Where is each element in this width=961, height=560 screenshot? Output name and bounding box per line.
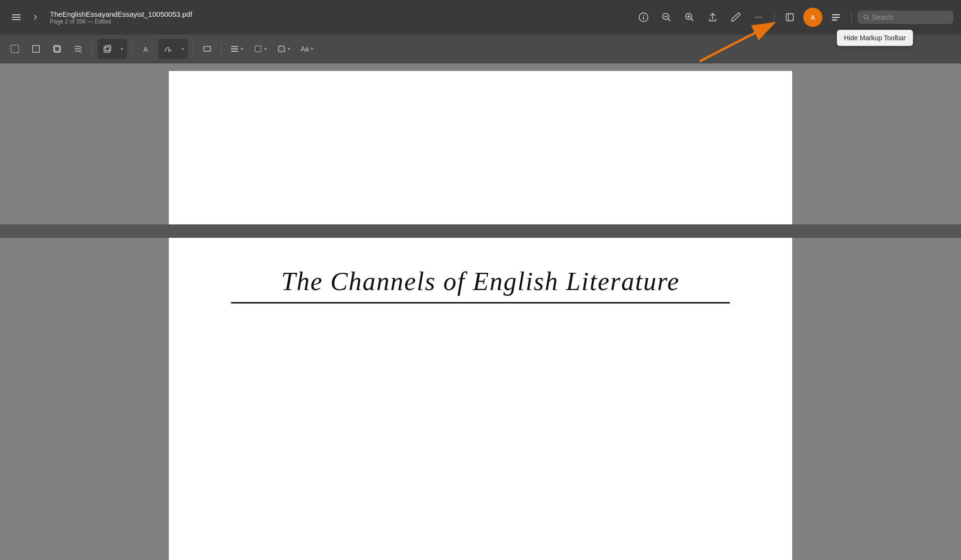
more-options-button[interactable] — [749, 8, 768, 27]
svg-rect-33 — [231, 51, 238, 52]
sidebar-chevron-button[interactable] — [27, 9, 44, 26]
stroke-chevron: ▾ — [288, 46, 290, 51]
pen-button[interactable] — [726, 8, 745, 27]
selection-tool-button[interactable] — [6, 40, 24, 58]
svg-point-5 — [643, 15, 644, 16]
pdf-page-1 — [169, 71, 792, 224]
svg-text:A: A — [811, 14, 815, 21]
annotate-button[interactable] — [826, 8, 845, 27]
file-title: TheEnglishEssayandEssayist_10050053.pdf — [50, 10, 192, 18]
crop-tool-button[interactable] — [27, 40, 45, 58]
font-chevron: ▾ — [311, 46, 313, 51]
svg-rect-24 — [33, 46, 39, 52]
markup-divider-2 — [132, 42, 132, 56]
svg-rect-0 — [12, 14, 21, 15]
svg-line-8 — [668, 19, 670, 21]
svg-text:A: A — [143, 46, 148, 53]
svg-rect-13 — [786, 14, 794, 21]
svg-line-36 — [279, 46, 284, 52]
search-input[interactable] — [872, 13, 948, 21]
svg-rect-32 — [231, 48, 238, 49]
search-icon — [863, 14, 869, 21]
align-dropdown[interactable]: ▾ — [226, 43, 247, 55]
pdf-content-area: The Channels of English Literature — [0, 63, 961, 560]
hide-markup-tooltip: Hide Markup Toolbar — [837, 30, 913, 46]
svg-rect-27 — [104, 47, 109, 52]
svg-rect-17 — [832, 17, 840, 18]
tooltip-text: Hide Markup Toolbar — [844, 34, 906, 42]
file-info: TheEnglishEssayandEssayist_10050053.pdf … — [50, 10, 192, 25]
share-button[interactable] — [703, 8, 722, 27]
svg-rect-34 — [255, 46, 261, 52]
toolbar-divider-2 — [851, 11, 852, 24]
markup-divider-4 — [221, 42, 222, 56]
svg-rect-30 — [204, 47, 211, 51]
file-subtitle: Page 2 of 356 — Edited — [50, 18, 192, 25]
svg-rect-23 — [11, 45, 19, 53]
duplicate-chevron[interactable]: ▾ — [117, 40, 126, 58]
svg-rect-16 — [832, 14, 840, 15]
duplicate-group: ▾ — [97, 39, 127, 59]
sidebar-toggle-button[interactable] — [8, 9, 25, 26]
book-title: The Channels of English Literature — [231, 267, 730, 303]
svg-line-20 — [867, 18, 868, 20]
toolbar-divider-1 — [774, 11, 774, 24]
align-chevron: ▾ — [241, 46, 243, 51]
info-button[interactable] — [634, 8, 653, 27]
markup-toggle-button[interactable]: A — [803, 8, 822, 27]
zoom-out-button[interactable] — [657, 8, 676, 27]
toolbar-top: TheEnglishEssayandEssayist_10050053.pdf … — [0, 0, 961, 35]
svg-rect-18 — [832, 20, 837, 21]
layers-button[interactable] — [48, 40, 66, 58]
markup-divider-1 — [92, 42, 93, 56]
window-button[interactable] — [780, 8, 799, 27]
svg-rect-2 — [12, 19, 21, 20]
font-dropdown[interactable]: Aa ▾ — [297, 43, 317, 55]
lines-button[interactable] — [69, 40, 87, 58]
toolbar-actions: A — [634, 8, 953, 27]
text-button[interactable]: A — [137, 40, 155, 58]
stroke-color-dropdown[interactable]: ▾ — [273, 43, 294, 55]
markup-divider-3 — [193, 42, 193, 56]
signature-chevron[interactable]: ▾ — [178, 40, 187, 58]
fill-chevron: ▾ — [264, 46, 267, 51]
signature-group: ▾ — [158, 39, 188, 59]
page-divider — [0, 224, 961, 238]
pdf-page-2: The Channels of English Literature — [169, 238, 792, 560]
svg-rect-31 — [231, 46, 238, 47]
svg-line-12 — [691, 19, 693, 21]
shapes-button[interactable] — [198, 40, 216, 58]
search-box[interactable] — [857, 11, 953, 24]
toolbar-markup: ▾ A ▾ ▾ ▾ — [0, 35, 961, 63]
svg-rect-1 — [12, 17, 21, 18]
fill-color-dropdown[interactable]: ▾ — [250, 43, 270, 55]
signature-button[interactable] — [159, 40, 177, 58]
zoom-in-button[interactable] — [680, 8, 699, 27]
duplicate-button[interactable] — [98, 40, 117, 58]
font-label: Aa — [301, 45, 309, 53]
svg-rect-28 — [105, 46, 111, 51]
